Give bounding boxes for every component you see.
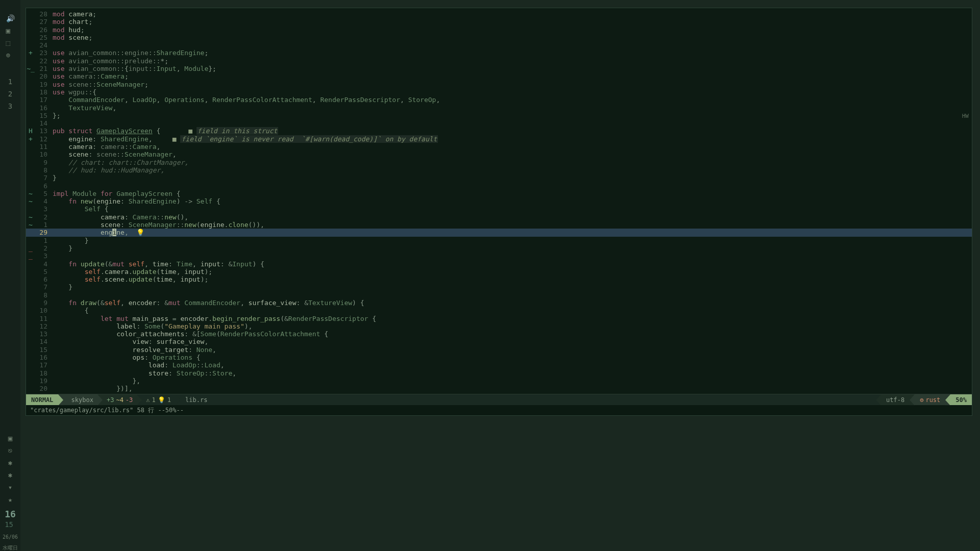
code-content[interactable]: } [51,237,972,244]
code-line[interactable]: 9 // chart: chart::ChartManager, [26,159,972,166]
code-content[interactable]: mod scene; [51,34,972,41]
code-line[interactable]: ~1 scene: SceneManager::new(engine.clone… [26,221,972,229]
code-line[interactable]: 14 view: surface_view, [26,338,972,345]
code-content[interactable]: load: LoadOp::Load, [51,361,972,369]
code-content[interactable]: use scene::SceneManager; [51,81,972,88]
code-content[interactable]: let mut main_pass = encoder.begin_render… [51,315,972,322]
code-line[interactable]: ~_21use avian_common::{input::Input, Mod… [26,65,972,72]
code-content[interactable]: use camera::Camera; [51,72,972,80]
code-content[interactable]: mod chart; [51,18,972,26]
code-line[interactable]: 10 { [26,307,972,314]
code-content[interactable]: scene: scene::SceneManager, [51,151,972,158]
code-line[interactable]: 17 load: LoadOp::Load, [26,361,972,369]
code-content[interactable] [51,291,972,299]
code-line[interactable]: 18 store: StoreOp::Store, [26,369,972,377]
code-content[interactable]: use wgpu::{ [51,88,972,96]
code-content[interactable]: } [51,244,972,252]
code-content[interactable]: self.camera.update(time, input); [51,268,972,276]
code-line[interactable]: +23use avian_common::engine::SharedEngin… [26,49,972,57]
tray-icon[interactable]: ⊚ [6,51,15,59]
workspace-number[interactable]: 15 [5,520,16,529]
code-line[interactable]: 1 } [26,237,972,244]
code-content[interactable]: store: StoreOp::Store, [51,369,972,377]
code-line[interactable]: 6 [26,182,972,190]
code-line[interactable]: 7 } [26,283,972,291]
code-line[interactable]: 11 let mut main_pass = encoder.begin_ren… [26,315,972,322]
code-line[interactable]: ~2 camera: Camera::new(), [26,213,972,221]
code-content[interactable]: view: surface_view, [51,338,972,345]
code-line[interactable]: 25mod scene; [26,34,972,41]
code-content[interactable]: } [51,283,972,291]
tray-icon[interactable]: ⎋ [8,446,12,455]
code-area[interactable]: 28mod camera;27mod chart;26mod hud;25mod… [26,8,972,394]
code-content[interactable]: resolve_target: None, [51,346,972,354]
workspace-indicator[interactable]: 2 [8,90,12,98]
code-line[interactable]: 8 // hud: hud::HudManager, [26,166,972,174]
code-content[interactable]: TextureView, [51,104,972,112]
code-line[interactable]: 27mod chart; [26,18,972,26]
code-content[interactable]: })], [51,385,972,392]
code-line[interactable]: 8 [26,291,972,299]
code-content[interactable]: Self { [51,205,972,213]
code-content[interactable]: }; [51,112,972,119]
code-line[interactable]: 20use camera::Camera; [26,72,972,80]
code-line[interactable]: 15}; [26,112,972,119]
code-line[interactable]: ~5impl Module for GameplayScreen { [26,190,972,197]
code-content[interactable]: scene: SceneManager::new(engine.clone())… [51,221,972,229]
code-content[interactable]: camera: camera::Camera, [51,143,972,151]
code-line[interactable]: 26mod hud; [26,26,972,34]
code-content[interactable]: pub struct GameplayScreen { ■ field in t… [51,127,972,135]
code-line[interactable]: 17 CommandEncoder, LoadOp, Operations, R… [26,96,972,104]
code-line[interactable]: 16 TextureView, [26,104,972,112]
workspace-indicator[interactable]: 3 [8,102,12,110]
tray-icon[interactable]: ✱ [8,471,12,479]
tray-icon[interactable]: ▣ [6,27,15,35]
code-line[interactable]: 15 resolve_target: None, [26,346,972,354]
code-line[interactable]: 20 })], [26,385,972,392]
code-content[interactable] [51,119,972,127]
code-content[interactable]: engine, 💡 [51,229,972,236]
code-content[interactable]: } [51,174,972,182]
code-line[interactable]: 18use wgpu::{ [26,88,972,96]
code-content[interactable]: self.scene.update(time, input); [51,276,972,283]
code-content[interactable]: color_attachments: &[Some(RenderPassColo… [51,330,972,338]
code-line[interactable]: 14 [26,119,972,127]
code-content[interactable]: fn update(&mut self, time: Time, input: … [51,260,972,268]
code-line[interactable]: 16 ops: Operations { [26,354,972,361]
tray-icon[interactable]: ✱ [8,459,12,467]
code-content[interactable]: impl Module for GameplayScreen { [51,190,972,197]
code-line[interactable]: H13pub struct GameplayScreen { ■ field i… [26,127,972,135]
tray-icon[interactable]: ★ [8,495,12,504]
code-content[interactable] [51,252,972,260]
code-line[interactable]: 13 color_attachments: &[Some(RenderPassC… [26,330,972,338]
code-content[interactable]: CommandEncoder, LoadOp, Operations, Rend… [51,96,972,104]
code-line[interactable]: 4 fn update(&mut self, time: Time, input… [26,260,972,268]
tray-icon[interactable]: ⬚ [6,39,15,47]
code-line[interactable]: 9 fn draw(&self, encoder: &mut CommandEn… [26,299,972,307]
code-line[interactable]: 7} [26,174,972,182]
code-content[interactable]: // chart: chart::ChartManager, [51,159,972,166]
code-content[interactable] [51,41,972,49]
code-line[interactable]: +12 engine: SharedEngine, ■ field `engin… [26,135,972,143]
code-line[interactable]: 3 Self { [26,205,972,213]
code-line[interactable]: 19 }, [26,377,972,385]
workspace-number[interactable]: 16 [5,509,16,519]
code-line[interactable]: ~4 fn new(engine: SharedEngine) -> Self … [26,197,972,205]
code-content[interactable]: mod camera; [51,10,972,18]
code-line[interactable]: _3 [26,252,972,260]
code-content[interactable]: use avian_common::engine::SharedEngine; [51,49,972,57]
code-content[interactable]: }, [51,377,972,385]
code-line[interactable]: 22use avian_common::prelude::*; [26,57,972,65]
code-line[interactable]: 5 self.camera.update(time, input); [26,268,972,276]
code-content[interactable]: use avian_common::{input::Input, Module}… [51,65,972,72]
tray-icon[interactable]: 🔊 [6,14,15,22]
code-line[interactable]: 12 label: Some("Gameplay main pass"), [26,322,972,330]
tray-icon[interactable]: ▣ [8,434,12,442]
code-line[interactable]: 24 [26,41,972,49]
code-line[interactable]: 11 camera: camera::Camera, [26,143,972,151]
code-content[interactable]: ops: Operations { [51,354,972,361]
code-line[interactable]: 29 engine, 💡 [26,229,972,236]
code-content[interactable]: { [51,307,972,314]
code-line[interactable]: 28mod camera; [26,10,972,18]
code-content[interactable]: use avian_common::prelude::*; [51,57,972,65]
